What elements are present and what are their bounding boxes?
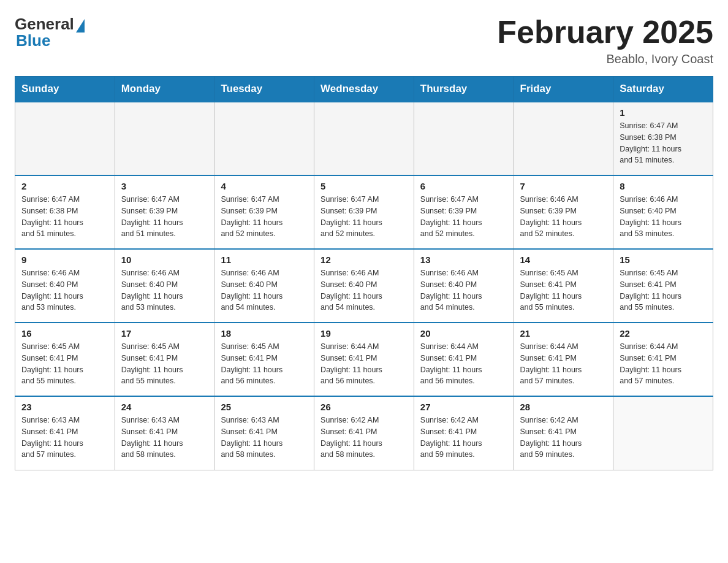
logo-triangle-icon (76, 19, 85, 33)
day-info: Sunrise: 6:45 AM Sunset: 6:41 PM Dayligh… (121, 341, 208, 387)
day-info: Sunrise: 6:47 AM Sunset: 6:39 PM Dayligh… (320, 194, 408, 240)
calendar-week-row: 9Sunrise: 6:46 AM Sunset: 6:40 PM Daylig… (15, 249, 713, 323)
calendar-week-row: 16Sunrise: 6:45 AM Sunset: 6:41 PM Dayli… (15, 323, 713, 396)
calendar-cell (15, 102, 115, 175)
day-number: 1 (620, 107, 707, 118)
day-number: 9 (21, 255, 108, 265)
day-info: Sunrise: 6:44 AM Sunset: 6:41 PM Dayligh… (420, 341, 507, 387)
calendar-cell: 17Sunrise: 6:45 AM Sunset: 6:41 PM Dayli… (115, 323, 214, 396)
calendar-cell: 10Sunrise: 6:46 AM Sunset: 6:40 PM Dayli… (115, 249, 214, 323)
day-number: 23 (21, 402, 108, 412)
day-number: 21 (520, 328, 607, 339)
day-number: 11 (221, 255, 308, 265)
day-info: Sunrise: 6:46 AM Sunset: 6:40 PM Dayligh… (620, 194, 707, 240)
calendar-cell: 7Sunrise: 6:46 AM Sunset: 6:39 PM Daylig… (514, 175, 613, 249)
calendar-cell: 20Sunrise: 6:44 AM Sunset: 6:41 PM Dayli… (414, 323, 514, 396)
calendar-cell (613, 396, 713, 470)
day-info: Sunrise: 6:43 AM Sunset: 6:41 PM Dayligh… (221, 415, 308, 461)
day-info: Sunrise: 6:45 AM Sunset: 6:41 PM Dayligh… (520, 267, 607, 313)
day-number: 13 (420, 255, 507, 265)
calendar-week-row: 1Sunrise: 6:47 AM Sunset: 6:38 PM Daylig… (15, 102, 713, 175)
calendar-cell: 22Sunrise: 6:44 AM Sunset: 6:41 PM Dayli… (613, 323, 713, 396)
calendar-cell: 13Sunrise: 6:46 AM Sunset: 6:40 PM Dayli… (414, 249, 514, 323)
day-info: Sunrise: 6:44 AM Sunset: 6:41 PM Dayligh… (320, 341, 408, 387)
day-number: 17 (121, 328, 208, 339)
calendar-day-header: Wednesday (314, 77, 414, 102)
day-number: 19 (320, 328, 408, 339)
calendar-day-header: Sunday (15, 77, 115, 102)
calendar-cell (214, 102, 314, 175)
calendar-cell: 27Sunrise: 6:42 AM Sunset: 6:41 PM Dayli… (414, 396, 514, 470)
calendar-cell: 15Sunrise: 6:45 AM Sunset: 6:41 PM Dayli… (613, 249, 713, 323)
day-number: 16 (21, 328, 108, 339)
calendar-cell: 11Sunrise: 6:46 AM Sunset: 6:40 PM Dayli… (214, 249, 314, 323)
day-info: Sunrise: 6:46 AM Sunset: 6:40 PM Dayligh… (320, 267, 408, 313)
calendar-cell: 9Sunrise: 6:46 AM Sunset: 6:40 PM Daylig… (15, 249, 115, 323)
calendar-cell (514, 102, 613, 175)
day-number: 14 (520, 255, 607, 265)
calendar-cell: 8Sunrise: 6:46 AM Sunset: 6:40 PM Daylig… (613, 175, 713, 249)
day-info: Sunrise: 6:47 AM Sunset: 6:39 PM Dayligh… (420, 194, 507, 240)
day-info: Sunrise: 6:47 AM Sunset: 6:39 PM Dayligh… (221, 194, 308, 240)
day-number: 12 (320, 255, 408, 265)
calendar-cell (414, 102, 514, 175)
day-info: Sunrise: 6:42 AM Sunset: 6:41 PM Dayligh… (320, 415, 408, 461)
calendar-day-header: Tuesday (214, 77, 314, 102)
day-info: Sunrise: 6:46 AM Sunset: 6:40 PM Dayligh… (21, 267, 108, 313)
calendar-cell: 21Sunrise: 6:44 AM Sunset: 6:41 PM Dayli… (514, 323, 613, 396)
calendar-cell: 23Sunrise: 6:43 AM Sunset: 6:41 PM Dayli… (15, 396, 115, 470)
day-number: 15 (620, 255, 707, 265)
day-info: Sunrise: 6:45 AM Sunset: 6:41 PM Dayligh… (620, 267, 707, 313)
calendar-cell: 18Sunrise: 6:45 AM Sunset: 6:41 PM Dayli… (214, 323, 314, 396)
calendar-cell (115, 102, 214, 175)
day-number: 18 (221, 328, 308, 339)
calendar-week-row: 23Sunrise: 6:43 AM Sunset: 6:41 PM Dayli… (15, 396, 713, 470)
day-number: 2 (21, 181, 108, 191)
day-info: Sunrise: 6:46 AM Sunset: 6:40 PM Dayligh… (121, 267, 208, 313)
calendar-cell: 3Sunrise: 6:47 AM Sunset: 6:39 PM Daylig… (115, 175, 214, 249)
day-number: 6 (420, 181, 507, 191)
day-info: Sunrise: 6:42 AM Sunset: 6:41 PM Dayligh… (520, 415, 607, 461)
day-number: 25 (221, 402, 308, 412)
logo-blue-text: Blue (16, 31, 50, 50)
title-block: February 2025 Beablo, Ivory Coast (497, 15, 713, 66)
day-info: Sunrise: 6:44 AM Sunset: 6:41 PM Dayligh… (620, 341, 707, 387)
day-number: 5 (320, 181, 408, 191)
day-number: 24 (121, 402, 208, 412)
calendar-cell: 16Sunrise: 6:45 AM Sunset: 6:41 PM Dayli… (15, 323, 115, 396)
day-number: 4 (221, 181, 308, 191)
day-info: Sunrise: 6:46 AM Sunset: 6:40 PM Dayligh… (420, 267, 507, 313)
calendar-cell: 19Sunrise: 6:44 AM Sunset: 6:41 PM Dayli… (314, 323, 414, 396)
day-info: Sunrise: 6:47 AM Sunset: 6:39 PM Dayligh… (121, 194, 208, 240)
day-number: 28 (520, 402, 607, 412)
day-info: Sunrise: 6:47 AM Sunset: 6:38 PM Dayligh… (620, 120, 707, 166)
logo: General Blue (15, 15, 86, 50)
calendar-cell: 5Sunrise: 6:47 AM Sunset: 6:39 PM Daylig… (314, 175, 414, 249)
calendar-day-header: Saturday (613, 77, 713, 102)
day-number: 20 (420, 328, 507, 339)
calendar-week-row: 2Sunrise: 6:47 AM Sunset: 6:38 PM Daylig… (15, 175, 713, 249)
calendar-cell: 28Sunrise: 6:42 AM Sunset: 6:41 PM Dayli… (514, 396, 613, 470)
day-info: Sunrise: 6:46 AM Sunset: 6:40 PM Dayligh… (221, 267, 308, 313)
day-info: Sunrise: 6:43 AM Sunset: 6:41 PM Dayligh… (121, 415, 208, 461)
day-info: Sunrise: 6:46 AM Sunset: 6:39 PM Dayligh… (520, 194, 607, 240)
location-label: Beablo, Ivory Coast (497, 52, 713, 66)
day-number: 22 (620, 328, 707, 339)
day-number: 27 (420, 402, 507, 412)
day-number: 10 (121, 255, 208, 265)
day-number: 26 (320, 402, 408, 412)
calendar-day-header: Monday (115, 77, 214, 102)
page-header: General Blue February 2025 Beablo, Ivory… (15, 15, 713, 66)
day-info: Sunrise: 6:43 AM Sunset: 6:41 PM Dayligh… (21, 415, 108, 461)
calendar-day-header: Thursday (414, 77, 514, 102)
day-info: Sunrise: 6:45 AM Sunset: 6:41 PM Dayligh… (221, 341, 308, 387)
calendar-cell (314, 102, 414, 175)
day-number: 8 (620, 181, 707, 191)
calendar-cell: 1Sunrise: 6:47 AM Sunset: 6:38 PM Daylig… (613, 102, 713, 175)
day-info: Sunrise: 6:45 AM Sunset: 6:41 PM Dayligh… (21, 341, 108, 387)
month-title: February 2025 (497, 15, 713, 50)
calendar-cell: 24Sunrise: 6:43 AM Sunset: 6:41 PM Dayli… (115, 396, 214, 470)
calendar-table: SundayMondayTuesdayWednesdayThursdayFrid… (15, 76, 713, 470)
day-number: 7 (520, 181, 607, 191)
calendar-cell: 6Sunrise: 6:47 AM Sunset: 6:39 PM Daylig… (414, 175, 514, 249)
